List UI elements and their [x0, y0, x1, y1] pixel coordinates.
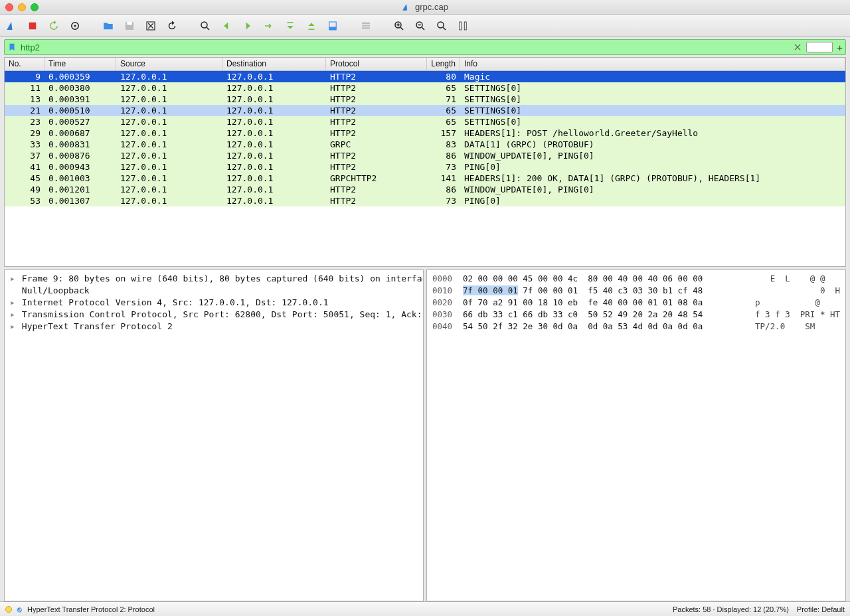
stop-capture-button[interactable] [25, 19, 40, 33]
save-file-button[interactable] [122, 19, 137, 33]
table-row[interactable]: 450.001003127.0.0.1127.0.0.1GRPCHTTP2141… [5, 173, 845, 184]
minimize-window-button[interactable] [18, 3, 26, 11]
table-row[interactable]: 410.000943127.0.0.1127.0.0.1HTTP273PING[… [5, 161, 845, 173]
table-row[interactable]: 230.000527127.0.0.1127.0.0.1HTTP265SETTI… [5, 116, 845, 127]
packet-list-body[interactable]: 90.000359127.0.0.1127.0.0.1HTTP280Magic1… [5, 71, 845, 266]
restart-capture-button[interactable] [46, 19, 61, 33]
column-source[interactable]: Source [116, 58, 222, 70]
clear-filter-button[interactable] [793, 42, 802, 52]
hex-line[interactable]: 00200f 70 a2 91 00 18 10 eb fe 40 00 00 … [432, 297, 840, 309]
svg-rect-10 [329, 27, 337, 30]
packet-list-header[interactable]: No. Time Source Destination Protocol Len… [5, 58, 845, 71]
svg-rect-8 [309, 29, 315, 30]
svg-rect-7 [288, 22, 294, 23]
expand-icon[interactable]: ▸ [10, 321, 17, 333]
table-row[interactable]: 370.000876127.0.0.1127.0.0.1HTTP286WINDO… [5, 150, 845, 161]
titlebar: grpc.cap [0, 0, 850, 15]
go-first-button[interactable] [283, 19, 298, 33]
column-destination[interactable]: Destination [222, 58, 326, 70]
svg-rect-4 [127, 22, 132, 25]
go-forward-button[interactable] [240, 19, 255, 33]
status-left-text: HyperText Transfer Protocol 2: Protocol [27, 605, 155, 613]
table-row[interactable]: 530.001307127.0.0.1127.0.0.1HTTP273PING[… [5, 195, 845, 206]
details-line[interactable]: Null/Loopback [10, 285, 418, 297]
column-time[interactable]: Time [44, 58, 116, 70]
details-line[interactable]: ▸ HyperText Transfer Protocol 2 [10, 321, 418, 333]
details-line[interactable]: ▸ Frame 9: 80 bytes on wire (640 bits), … [10, 273, 418, 285]
details-line[interactable]: ▸ Transmission Control Protocol, Src Por… [10, 309, 418, 321]
filter-expression-dropdown[interactable] [806, 42, 833, 52]
lower-panes: ▸ Frame 9: 80 bytes on wire (640 bits), … [4, 270, 846, 601]
column-protocol[interactable]: Protocol [326, 58, 427, 70]
packet-bytes-pane[interactable]: 000002 00 00 00 45 00 00 4c 80 00 40 00 … [426, 270, 846, 601]
zoom-in-button[interactable] [392, 19, 406, 33]
table-row[interactable]: 290.000687127.0.0.1127.0.0.1HTTP2157HEAD… [5, 127, 845, 139]
table-row[interactable]: 490.001201127.0.0.1127.0.0.1HTTP286WINDO… [5, 184, 845, 195]
packet-list-pane: No. Time Source Destination Protocol Len… [4, 57, 846, 267]
hex-line[interactable]: 00107f 00 00 01 7f 00 00 01 f5 40 c3 03 … [432, 285, 840, 297]
capture-file-properties-icon[interactable]: ⎋ [17, 605, 22, 613]
expand-icon[interactable]: ▸ [10, 273, 17, 285]
svg-point-6 [201, 22, 207, 28]
close-file-button[interactable] [143, 19, 158, 33]
auto-scroll-button[interactable] [325, 19, 340, 33]
start-capture-button[interactable] [4, 19, 19, 33]
window-title: grpc.cap [0, 2, 850, 12]
colorize-button[interactable] [359, 19, 373, 33]
go-last-button[interactable] [304, 19, 319, 33]
hex-line[interactable]: 004054 50 2f 32 2e 30 0d 0a 0d 0a 53 4d … [432, 321, 840, 333]
svg-rect-13 [362, 27, 370, 29]
status-bar: ⎋ HyperText Transfer Protocol 2: Protoco… [0, 601, 850, 616]
column-no[interactable]: No. [5, 58, 44, 70]
expert-info-icon[interactable] [5, 606, 12, 613]
zoom-reset-button[interactable] [434, 19, 449, 33]
main-toolbar [0, 15, 850, 37]
go-back-button[interactable] [219, 19, 234, 33]
hex-line[interactable]: 003066 db 33 c1 66 db 33 c0 50 52 49 20 … [432, 309, 840, 321]
display-filter-input[interactable] [19, 41, 789, 54]
title-text: grpc.cap [415, 2, 448, 12]
add-filter-button[interactable]: + [837, 42, 843, 53]
go-to-packet-button[interactable] [262, 19, 276, 33]
svg-rect-12 [362, 25, 370, 26]
svg-rect-17 [460, 22, 462, 30]
wireshark-icon [402, 3, 411, 12]
status-profile[interactable]: Profile: Default [797, 605, 845, 613]
table-row[interactable]: 90.000359127.0.0.1127.0.0.1HTTP280Magic [5, 71, 845, 82]
packet-details-pane[interactable]: ▸ Frame 9: 80 bytes on wire (640 bits), … [4, 270, 424, 601]
svg-rect-18 [464, 22, 466, 30]
table-row[interactable]: 130.000391127.0.0.1127.0.0.1HTTP271SETTI… [5, 94, 845, 105]
open-file-button[interactable] [101, 19, 116, 33]
zoom-window-button[interactable] [31, 3, 39, 11]
table-row[interactable]: 210.000510127.0.0.1127.0.0.1HTTP265SETTI… [5, 105, 845, 116]
column-length[interactable]: Length [427, 58, 460, 70]
table-row[interactable]: 330.000831127.0.0.1127.0.0.1GRPC83DATA[1… [5, 139, 845, 150]
resize-columns-button[interactable] [456, 19, 470, 33]
reload-file-button[interactable] [165, 19, 179, 33]
capture-options-button[interactable] [68, 19, 82, 33]
hex-line[interactable]: 000002 00 00 00 45 00 00 4c 80 00 40 00 … [432, 273, 840, 285]
expand-icon[interactable]: ▸ [10, 309, 17, 321]
svg-point-16 [438, 22, 444, 28]
svg-rect-11 [362, 22, 370, 23]
column-info[interactable]: Info [460, 58, 845, 70]
details-line[interactable]: ▸ Internet Protocol Version 4, Src: 127.… [10, 297, 418, 309]
window-controls [5, 3, 39, 11]
zoom-out-button[interactable] [413, 19, 428, 33]
close-window-button[interactable] [5, 3, 13, 11]
display-filter-bar: + [4, 39, 846, 55]
find-packet-button[interactable] [198, 19, 212, 33]
svg-rect-0 [29, 22, 37, 29]
expand-icon[interactable]: ▸ [10, 297, 17, 309]
table-row[interactable]: 110.000380127.0.0.1127.0.0.1HTTP265SETTI… [5, 82, 845, 94]
bookmark-icon[interactable] [7, 42, 17, 52]
status-packet-count: Packets: 58 · Displayed: 12 (20.7%) [673, 605, 789, 613]
svg-point-2 [74, 25, 76, 27]
